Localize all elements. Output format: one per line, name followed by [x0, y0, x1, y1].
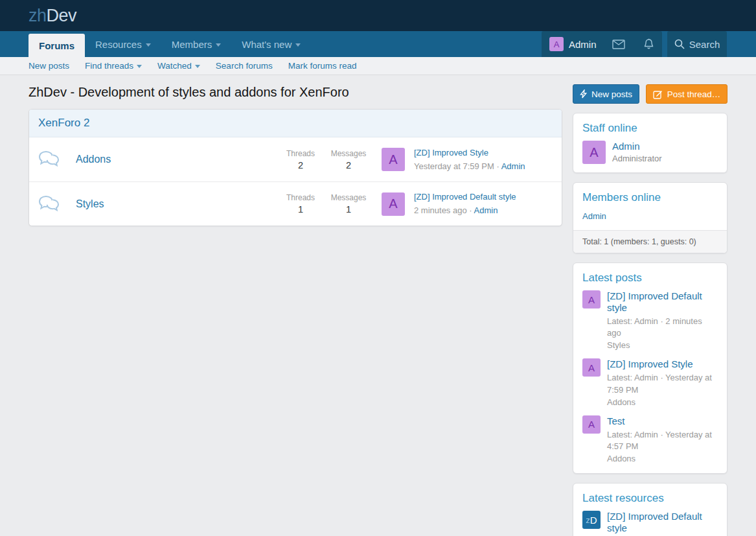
members-online-total: Total: 1 (members: 1, guests: 0): [573, 230, 727, 253]
forum-row-addons: Addons Threads 2 Messages 2 A [ZD] Impro…: [29, 137, 562, 181]
last-post-author[interactable]: Admin: [501, 161, 525, 171]
latest-posts-widget: Latest posts A [ZD] Improved Default sty…: [573, 262, 727, 474]
tab-members[interactable]: Members: [161, 31, 232, 57]
last-post-author[interactable]: Admin: [474, 205, 498, 215]
forum-row-styles: Styles Threads 1 Messages 1 A [ZD] Impro…: [29, 181, 562, 226]
new-posts-button[interactable]: New posts: [573, 84, 639, 104]
nav-right: A Admin Search: [542, 31, 756, 57]
avatar[interactable]: A: [582, 290, 601, 309]
forum-messages-stat: Messages 1: [325, 193, 372, 215]
avatar[interactable]: A: [582, 141, 606, 164]
latest-posts-title[interactable]: Latest posts: [582, 272, 642, 284]
mail-icon[interactable]: [612, 40, 625, 49]
latest-post-title[interactable]: Test: [607, 415, 718, 427]
forum-discussion-icon: [38, 150, 64, 169]
secondary-nav: New posts Find threads Watched Search fo…: [0, 57, 756, 75]
latest-post-forum: Styles: [607, 340, 718, 350]
chevron-down-icon: [146, 43, 151, 47]
forum-threads-stat: Threads 2: [277, 149, 325, 170]
site-logo[interactable]: zhDev: [29, 6, 76, 26]
staff-member: A Admin Administrator: [582, 141, 718, 164]
forum-link[interactable]: Styles: [76, 198, 277, 210]
tab-forums[interactable]: Forums: [29, 34, 85, 57]
tab-whats-new[interactable]: What's new: [231, 31, 311, 57]
subnav-search-forums[interactable]: Search forums: [216, 61, 273, 71]
latest-post-title[interactable]: [ZD] Improved Style: [607, 358, 718, 370]
latest-post-item: A Test Latest: Admin · Yesterday at 4:57…: [582, 415, 718, 463]
sidebar: New posts Post thread… Staff online A Ad…: [573, 75, 727, 536]
members-online-title[interactable]: Members online: [582, 191, 661, 204]
staff-online-widget: Staff online A Admin Administrator: [573, 113, 727, 173]
latest-resources-title[interactable]: Latest resources: [582, 492, 664, 504]
latest-post-forum: Addons: [607, 397, 718, 407]
online-member-name[interactable]: Admin: [582, 211, 606, 221]
subnav-mark-forums-read[interactable]: Mark forums read: [288, 61, 357, 71]
chevron-down-icon: [195, 65, 200, 68]
last-post-title[interactable]: [ZD] Improved Default style: [414, 192, 553, 202]
avatar[interactable]: A: [582, 415, 601, 434]
forum-discussion-icon: [38, 194, 64, 214]
staff-online-title[interactable]: Staff online: [582, 122, 637, 134]
logo-zh: zh: [29, 6, 47, 25]
chevron-down-icon: [137, 65, 142, 68]
forum-category-block: XenForo 2 Addons Threads 2 Messages 2: [29, 109, 562, 226]
chevron-down-icon: [216, 43, 221, 47]
tab-whats-new-label: What's new: [242, 39, 292, 50]
search-label: Search: [689, 39, 720, 50]
latest-post-meta: Latest: Admin · Yesterday at 7:59 PM: [607, 372, 718, 395]
tab-resources[interactable]: Resources: [85, 31, 161, 57]
last-post-time: Yesterday at 7:59 PM: [414, 161, 494, 171]
search-icon: [674, 39, 685, 49]
bell-icon[interactable]: [643, 38, 654, 50]
latest-post-title[interactable]: [ZD] Improved Default style: [607, 290, 718, 314]
avatar[interactable]: A: [382, 148, 405, 171]
resource-icon[interactable]: zD: [582, 511, 601, 529]
forum-last-post: [ZD] Improved Default style 2 minutes ag…: [414, 192, 553, 216]
page-content: ZhDev - Development of styles and addons…: [0, 75, 756, 536]
staff-member-name[interactable]: Admin: [612, 141, 662, 152]
primary-nav: Forums Resources Members What's new A Ad…: [0, 31, 756, 57]
tab-members-label: Members: [172, 39, 212, 50]
forum-messages-stat: Messages 2: [325, 149, 372, 170]
chevron-down-icon: [295, 43, 301, 47]
tab-forums-label: Forums: [39, 40, 74, 51]
main-column: ZhDev - Development of styles and addons…: [29, 75, 562, 536]
nav-tabs: Forums Resources Members What's new: [29, 31, 311, 57]
forum-threads-stat: Threads 1: [277, 193, 325, 215]
post-thread-button[interactable]: Post thread…: [646, 84, 727, 104]
latest-post-item: A [ZD] Improved Default style Latest: Ad…: [582, 290, 718, 350]
avatar[interactable]: A: [382, 192, 405, 216]
sidebar-buttons: New posts Post thread…: [573, 84, 727, 104]
last-post-time: 2 minutes ago: [414, 205, 467, 215]
latest-post-item: A [ZD] Improved Style Latest: Admin · Ye…: [582, 358, 718, 406]
site-header: zhDev: [0, 0, 756, 31]
latest-post-meta: Latest: Admin · Yesterday at 4:57 PM: [607, 429, 718, 452]
avatar[interactable]: A: [549, 37, 564, 51]
category-title-link[interactable]: XenForo 2: [38, 117, 89, 129]
latest-resource-item: zD [ZD] Improved Default style Improveme…: [582, 511, 718, 536]
latest-resource-title[interactable]: [ZD] Improved Default style: [607, 511, 718, 534]
latest-resources-widget: Latest resources zD [ZD] Improved Defaul…: [573, 483, 727, 536]
subnav-new-posts[interactable]: New posts: [29, 61, 69, 71]
subnav-watched[interactable]: Watched: [157, 61, 200, 71]
logo-dev: Dev: [47, 6, 77, 25]
lightning-icon: [580, 89, 587, 99]
staff-member-role: Administrator: [612, 154, 662, 163]
forum-link[interactable]: Addons: [76, 154, 277, 165]
subnav-find-threads[interactable]: Find threads: [85, 61, 142, 71]
tab-resources-label: Resources: [95, 39, 142, 50]
avatar[interactable]: A: [582, 358, 601, 377]
latest-post-forum: Addons: [607, 454, 718, 463]
last-post-title[interactable]: [ZD] Improved Style: [414, 148, 553, 157]
page-title: ZhDev - Development of styles and addons…: [29, 85, 562, 100]
user-menu[interactable]: A Admin: [542, 31, 662, 57]
forum-last-post: [ZD] Improved Style Yesterday at 7:59 PM…: [414, 148, 553, 172]
members-online-widget: Members online Admin Total: 1 (members: …: [573, 182, 727, 253]
latest-post-meta: Latest: Admin · 2 minutes ago: [607, 316, 718, 339]
username: Admin: [569, 39, 597, 50]
edit-icon: [653, 89, 663, 99]
search-button[interactable]: Search: [667, 31, 727, 57]
category-header: XenForo 2: [29, 110, 562, 137]
